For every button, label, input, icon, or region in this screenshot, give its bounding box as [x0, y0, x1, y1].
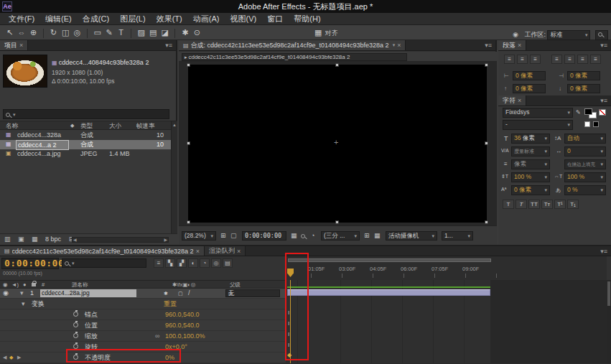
- new-folder-icon[interactable]: ▣: [18, 235, 24, 243]
- project-horizontal-scrollbar[interactable]: ◀ ▶: [72, 237, 169, 243]
- zoom-tool[interactable]: ⊕: [29, 25, 39, 39]
- close-icon[interactable]: ×: [518, 42, 521, 49]
- small-caps-button[interactable]: Tт: [541, 200, 553, 209]
- quality-icon[interactable]: ▢: [178, 289, 183, 298]
- align-label[interactable]: 对齐: [325, 29, 338, 37]
- scroll-left-icon[interactable]: ◀: [73, 238, 77, 242]
- workspace-search-field[interactable]: [595, 30, 608, 40]
- selection-handle[interactable]: [335, 220, 339, 224]
- selection-handle[interactable]: [187, 220, 190, 224]
- clone-stamp-tool[interactable]: ▤: [148, 25, 158, 39]
- show-snapshot-icon[interactable]: [301, 232, 307, 239]
- selection-handle[interactable]: [335, 63, 339, 67]
- justify-last-left-button[interactable]: ≡: [551, 55, 562, 64]
- project-bit-depth[interactable]: 8 bpc: [45, 235, 61, 243]
- column-header-type[interactable]: 类型: [80, 121, 93, 130]
- sync-settings-icon[interactable]: ◉: [513, 31, 518, 38]
- panel-menu-icon[interactable]: ▾≡: [597, 40, 611, 50]
- faux-italic-button[interactable]: T: [516, 200, 527, 209]
- view-layout-dropdown[interactable]: 1...▾: [442, 231, 473, 241]
- property-row-anchor-point[interactable]: 锚点 960.0,540.0: [0, 309, 286, 320]
- column-header-name[interactable]: 名称: [6, 121, 18, 130]
- no-fill-swatch[interactable]: [599, 109, 606, 116]
- timeline-search-field[interactable]: ▾: [62, 258, 146, 268]
- tab-character[interactable]: 字符 ×: [498, 95, 526, 106]
- black-swatch[interactable]: [593, 121, 599, 127]
- menu-composition[interactable]: 合成(C): [78, 13, 113, 24]
- hide-shy-icon[interactable]: ▞: [177, 258, 187, 268]
- mask-visibility-icon[interactable]: ▢: [230, 232, 237, 239]
- frame-blend-icon[interactable]: ◐: [188, 258, 198, 268]
- draft-3d-icon[interactable]: ▚: [165, 258, 175, 268]
- composition-viewer[interactable]: +: [179, 62, 497, 225]
- twirl-down-icon[interactable]: ▾: [22, 299, 25, 309]
- font-size-field[interactable]: 36 像素▾: [511, 134, 550, 144]
- tab-timeline-composition[interactable]: ▤ cddecc42c11c3ee53e5d98c2af14cf9e_t0140…: [0, 246, 205, 256]
- faux-bold-button[interactable]: T: [503, 200, 514, 209]
- close-icon[interactable]: ×: [518, 97, 521, 104]
- project-row-comp-2-selected[interactable]: ▦ cddecc4...a 2 合成 10: [0, 140, 171, 149]
- menu-effect[interactable]: 效果(T): [152, 13, 187, 24]
- pan-behind-tool[interactable]: ◎: [73, 25, 83, 39]
- magnification-dropdown[interactable]: (28.2%)▾: [182, 231, 216, 241]
- scroll-right-icon[interactable]: ▶: [164, 238, 167, 242]
- transform-group-row[interactable]: ▾ 变换 重置: [0, 299, 286, 309]
- column-header-favorite-icon[interactable]: ◆: [70, 121, 74, 130]
- source-name-column-header[interactable]: 源名称: [72, 281, 88, 289]
- work-area-bar[interactable]: [288, 258, 491, 262]
- subscript-button[interactable]: T₁: [567, 200, 579, 209]
- align-center-button[interactable]: ≡: [517, 55, 528, 64]
- selection-handle[interactable]: [485, 141, 488, 145]
- indent-right-field[interactable]: 0 像素: [567, 71, 600, 80]
- current-time-display[interactable]: 0:00:00:00: [1, 258, 59, 269]
- menu-file[interactable]: 文件(F): [4, 13, 39, 24]
- menu-window[interactable]: 窗口: [263, 13, 287, 24]
- eyedropper-icon[interactable]: ✎: [576, 109, 581, 116]
- panel-menu-icon[interactable]: ▾≡: [597, 246, 611, 256]
- justify-all-button[interactable]: ≡: [590, 55, 601, 64]
- project-row-comp-1[interactable]: ▦ cddecc4...328a 合成 10: [0, 131, 171, 140]
- tab-render-queue[interactable]: 渲染队列 ×: [205, 246, 246, 256]
- selection-handle[interactable]: [485, 63, 488, 67]
- eraser-tool[interactable]: ◪: [160, 25, 170, 39]
- unified-camera-tool[interactable]: ◫: [60, 25, 70, 39]
- project-row-footage-jpg[interactable]: ▣ cddecc4...a.jpg JPEG 1.4 MB: [0, 149, 171, 159]
- project-search-field[interactable]: ▾: [3, 109, 169, 119]
- baseline-shift-field[interactable]: 0 像素▾: [511, 185, 550, 195]
- chevron-down-icon[interactable]: ▾: [393, 42, 396, 48]
- close-icon[interactable]: ×: [397, 42, 401, 49]
- font-family-dropdown[interactable]: Fixedsys▾: [503, 108, 573, 118]
- align-left-button[interactable]: ≡: [504, 55, 515, 64]
- active-camera-dropdown[interactable]: 活动摄像机▾: [386, 231, 437, 241]
- space-before-field[interactable]: 0 像素: [513, 84, 546, 93]
- vertical-scale-field[interactable]: 100 %▾: [511, 172, 550, 182]
- shape-tool[interactable]: ▭: [93, 25, 103, 39]
- eye-icon[interactable]: ◉: [3, 289, 9, 298]
- selection-handle[interactable]: [485, 220, 488, 224]
- column-header-size[interactable]: 大小: [109, 121, 121, 130]
- rotation-tool[interactable]: ↻: [49, 25, 59, 39]
- snapshot-icon[interactable]: ▦: [291, 232, 297, 239]
- menu-help[interactable]: 帮助(H): [289, 13, 325, 24]
- tab-paragraph[interactable]: 段落 ×: [498, 40, 526, 50]
- layer-duration-bar[interactable]: [287, 289, 490, 296]
- justify-last-right-button[interactable]: ≡: [577, 55, 588, 64]
- leading-field[interactable]: 自动▾: [564, 134, 606, 144]
- timeline-ruler[interactable]: 01:05F 03:00F 04:05F 06:00F 07:05F 09:00…: [286, 256, 607, 280]
- panel-menu-icon[interactable]: ▾≡: [162, 40, 176, 50]
- menu-animation[interactable]: 动画(A): [189, 13, 224, 24]
- workspace-dropdown[interactable]: 标准▾: [547, 30, 590, 40]
- roto-brush-tool[interactable]: ✱: [180, 25, 190, 39]
- close-icon[interactable]: ×: [196, 248, 200, 255]
- panel-menu-icon[interactable]: ▾≡: [481, 40, 495, 50]
- comp-mini-flowchart-icon[interactable]: ≡: [154, 258, 164, 268]
- menu-edit[interactable]: 编辑(E): [41, 13, 76, 24]
- all-caps-button[interactable]: TT: [528, 200, 540, 209]
- space-after-field[interactable]: 0 像素: [567, 84, 600, 93]
- pen-tool[interactable]: ✎: [104, 25, 114, 39]
- next-keyframe-icon[interactable]: ▶: [17, 353, 21, 363]
- puppet-pin-tool[interactable]: ⊙: [192, 25, 202, 39]
- selection-tool[interactable]: ↖: [5, 25, 15, 39]
- timeline-layer-row[interactable]: ◉ ▾ 1 cddecc4...28a.jpg ✱ ▢ / ◎ 无▾: [0, 289, 286, 299]
- resolution-dropdown[interactable]: (三分 ...▾: [321, 231, 360, 241]
